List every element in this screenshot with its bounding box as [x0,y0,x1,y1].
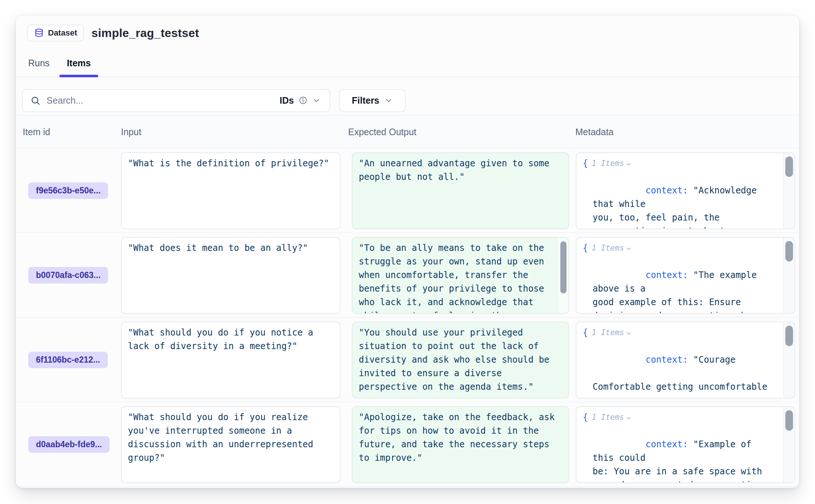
expected-output-cell[interactable]: "To be an ally means to take on the stru… [352,237,569,314]
scrollbar-thumb[interactable] [785,156,793,177]
input-cell[interactable]: "What does it mean to be an ally?" [121,237,340,314]
column-header-item-id: Item id [23,115,50,148]
scrollbar-thumb[interactable] [785,241,793,262]
chevron-down-icon [626,246,632,252]
json-collapse-header[interactable]: { 1 Items [583,157,777,170]
scrollbar [558,238,568,313]
json-key: context: [646,439,688,449]
scrollbar-thumb[interactable] [560,241,567,293]
search-icon [30,96,40,105]
table-header: Item id Input Expected Output Metadata [16,115,799,148]
item-id-pill[interactable]: f9e56c3b-e50e... [28,182,108,199]
table-row: d0aab4eb-fde9... "What should you do if … [16,402,799,487]
input-cell[interactable]: "What should you do if you notice a lack… [121,322,340,399]
chevron-down-icon [384,96,393,105]
json-key: context: [646,270,688,280]
scrollbar [783,238,794,313]
chevron-down-icon [626,161,632,167]
chevron-down-icon [626,330,632,337]
search-mode-select[interactable]: IDs [280,95,321,106]
table-row: b0070afa-c063... "What does it mean to b… [16,233,799,318]
tab-items[interactable]: Items [67,58,91,77]
item-id-pill[interactable]: b0070afa-c063... [28,267,108,284]
items-table: f9e56c3b-e50e... "What is the definition… [16,148,799,487]
column-header-expected-output: Expected Output [348,115,416,148]
database-icon [34,28,44,38]
expected-output-cell[interactable]: "Apologize, take on the feedback, ask fo… [352,406,569,483]
chevron-down-icon [626,415,632,421]
column-header-metadata: Metadata [575,115,613,148]
search-mode-label: IDs [280,95,294,106]
table-row: 6f1106bc-e212... "What should you do if … [16,318,799,402]
json-collapse-header[interactable]: { 1 Items [583,241,777,255]
toolbar: IDs Filters [16,77,799,115]
info-icon[interactable] [299,96,307,105]
filters-label: Filters [352,95,379,106]
scrollbar [783,407,794,482]
scrollbar [783,153,794,229]
input-cell[interactable]: "What should you do if you realize you'v… [121,406,340,483]
json-collapse-header[interactable]: { 1 Items [583,411,777,424]
tab-bar: Runs Items [16,58,799,77]
dataset-card: Dataset simple_rag_testset Runs Items ID… [16,15,799,488]
item-id-pill[interactable]: 6f1106bc-e212... [28,352,108,368]
column-header-input: Input [121,115,141,148]
scrollbar-thumb[interactable] [785,410,793,431]
json-collapse-header[interactable]: { 1 Items [583,326,777,340]
metadata-cell[interactable]: { 1 Items context: "Example of this coul… [576,406,795,483]
metadata-cell[interactable]: { 1 Items context: "The example above is… [576,237,795,314]
table-row: f9e56c3b-e50e... "What is the definition… [16,148,799,233]
input-cell[interactable]: "What is the definition of privilege?" [121,152,340,229]
tab-runs[interactable]: Runs [28,58,49,77]
expected-output-cell[interactable]: "An unearned advantage given to some peo… [352,152,569,229]
json-key: context: [646,185,688,196]
page-title: simple_rag_testset [91,26,199,40]
metadata-cell[interactable]: { 1 Items context: "Courage Comfortable … [576,322,795,399]
badge-label: Dataset [48,28,77,38]
scrollbar-thumb[interactable] [785,326,793,346]
scrollbar [783,322,794,398]
metadata-cell[interactable]: { 1 Items context: "Acknowledge that whi… [576,152,795,229]
expected-output-cell[interactable]: "You should use your privileged situatio… [352,322,569,399]
filters-button[interactable]: Filters [339,89,406,112]
dataset-badge: Dataset [27,25,84,41]
search-box: IDs [22,89,330,112]
item-id-pill[interactable]: d0aab4eb-fde9... [28,436,110,453]
search-input[interactable] [47,95,280,106]
json-key: context: [646,355,688,365]
card-header: Dataset simple_rag_testset [16,15,799,41]
chevron-down-icon [312,96,321,105]
